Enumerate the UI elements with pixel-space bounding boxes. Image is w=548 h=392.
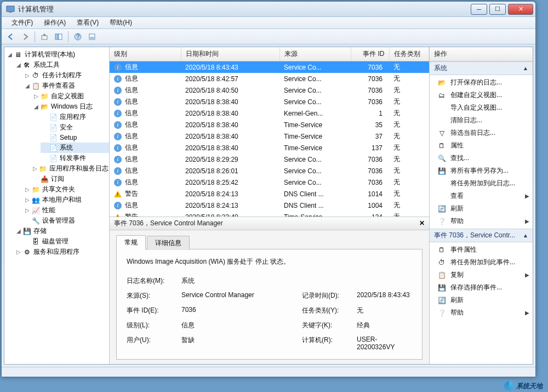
tree-event-viewer[interactable]: ◢📋事件查看器 <box>23 81 109 91</box>
col-category[interactable]: 任务类别 <box>389 47 429 61</box>
action-find[interactable]: 🔍查找... <box>430 152 533 164</box>
action-attach-task-event[interactable]: ⏱将任务附加到此事件... <box>430 256 533 269</box>
col-datetime[interactable]: 日期和时间 <box>181 47 279 61</box>
forward-button[interactable] <box>19 31 31 43</box>
tree-subscriptions[interactable]: 📥订阅 <box>32 174 109 184</box>
action-import-view[interactable]: 导入自定义视图... <box>430 101 533 114</box>
copy-icon: 📋 <box>437 271 446 280</box>
tree-disk-management[interactable]: 🗄磁盘管理 <box>23 236 109 247</box>
table-row[interactable]: i信息2020/5/18 8:25:42Service Co...7036无 <box>110 177 429 188</box>
tree-setup-log[interactable]: 📄Setup <box>41 133 109 143</box>
tree-services-apps[interactable]: ▷⚙服务和应用程序 <box>14 247 109 257</box>
filter-icon: 🗂 <box>437 91 446 100</box>
tab-details[interactable]: 详细信息 <box>147 236 190 250</box>
action-save-all[interactable]: 💾将所有事件另存为... <box>430 164 533 177</box>
cell-category: 无 <box>389 130 429 142</box>
cell-level: 信息 <box>125 86 138 95</box>
menu-action[interactable]: 操作(A) <box>38 17 71 29</box>
help-button[interactable]: ? <box>72 31 84 43</box>
action-refresh-2[interactable]: 🔄刷新 <box>430 294 533 306</box>
action-event-properties[interactable]: 🗒事件属性 <box>430 243 533 256</box>
cell-level: 信息 <box>125 132 138 141</box>
back-button[interactable] <box>5 31 17 43</box>
log-icon: 📄 <box>49 133 58 142</box>
table-row[interactable]: 警告2020/5/18 8:24:13DNS Client ...1014无 <box>110 188 429 200</box>
event-table[interactable]: 级别 日期和时间 来源 事件 ID 任务类别 i信息2020/5/18 8:43… <box>110 47 429 217</box>
action-copy[interactable]: 📋复制▶ <box>430 269 533 281</box>
action-create-custom-view[interactable]: 🗂创建自定义视图... <box>430 89 533 101</box>
watermark-icon <box>504 381 514 391</box>
col-eventid[interactable]: 事件 ID <box>351 47 389 61</box>
action-attach-task-log[interactable]: 将任务附加到此日志... <box>430 177 533 190</box>
table-row[interactable]: i信息2020/5/18 8:40:50Service Co...7036无 <box>110 84 429 96</box>
tree-forwarded-log[interactable]: 📄转发事件 <box>41 153 109 163</box>
tree-application-log[interactable]: 📄应用程序 <box>41 112 109 122</box>
show-hide-tree-button[interactable] <box>53 31 65 43</box>
table-row[interactable]: i信息2020/5/18 8:29:29Service Co...7036无 <box>110 154 429 165</box>
action-properties[interactable]: 🗒属性 <box>430 139 533 152</box>
col-source[interactable]: 来源 <box>279 47 351 61</box>
table-row[interactable]: i信息2020/5/18 8:38:40Kernel-Gen...1无 <box>110 107 429 119</box>
action-view[interactable]: 查看▶ <box>430 190 533 202</box>
up-button[interactable] <box>38 31 50 43</box>
maximize-button[interactable]: ☐ <box>489 4 506 15</box>
info-icon: i <box>114 110 122 117</box>
save-icon: 💾 <box>437 283 446 292</box>
action-save-selected[interactable]: 💾保存选择的事件... <box>430 281 533 294</box>
menu-file[interactable]: 文件(F) <box>6 17 38 29</box>
table-row[interactable]: i信息2020/5/18 8:42:57Service Co...7036无 <box>110 73 429 84</box>
cell-datetime: 2020/5/18 8:29:29 <box>181 154 279 165</box>
action-help-2[interactable]: ❔帮助▶ <box>430 306 533 319</box>
cell-level: 信息 <box>125 166 138 175</box>
table-row[interactable]: i信息2020/5/18 8:38:40Time-Service35无 <box>110 119 429 130</box>
window-frame: 计算机管理 ─ ☐ ✕ 文件(F) 操作(A) 查看(V) 帮助(H) ? ◢🖥… <box>1 1 536 377</box>
detail-close-button[interactable]: ✕ <box>419 219 425 227</box>
table-row[interactable]: i信息2020/5/18 8:38:40Time-Service137无 <box>110 142 429 154</box>
action-help[interactable]: ❔帮助▶ <box>430 215 533 228</box>
collapse-icon[interactable]: ◢ <box>7 52 13 58</box>
tab-general[interactable]: 常规 <box>116 235 146 249</box>
menu-help[interactable]: 帮助(H) <box>104 17 138 29</box>
tree-local-users[interactable]: ▷👥本地用户和组 <box>23 195 109 205</box>
tree-storage[interactable]: ◢💾存储 <box>14 226 109 236</box>
table-row[interactable]: i信息2020/5/18 8:38:40Service Co...7036无 <box>110 96 429 107</box>
table-row[interactable]: 警告2020/5/18 8:23:40Time-Service134无 <box>110 211 429 217</box>
table-row[interactable]: i信息2020/5/18 8:38:40Time-Service37无 <box>110 130 429 142</box>
tree-shared-folders[interactable]: ▷📁共享文件夹 <box>23 184 109 195</box>
table-row[interactable]: i信息2020/5/18 8:43:43Service Co...7036无 <box>110 61 429 73</box>
chevron-right-icon: ▶ <box>525 272 529 278</box>
tree-root[interactable]: ◢🖥计算机管理(本地) <box>5 49 109 60</box>
cell-eventid: 7036 <box>351 165 389 177</box>
tree-system-log[interactable]: 📄系统 <box>41 143 109 153</box>
action-filter-log[interactable]: ▽筛选当前日志... <box>430 127 533 139</box>
tree-panel[interactable]: ◢🖥计算机管理(本地) ◢🛠系统工具 ▷⏱任务计划程序 ◢📋事件查看器 ▷📁自定… <box>4 47 110 364</box>
tree-app-service-logs[interactable]: ▷📁应用程序和服务日志 <box>32 163 109 174</box>
tree-windows-logs[interactable]: ◢📂Windows 日志 <box>32 101 109 112</box>
tree-custom-views[interactable]: ▷📁自定义视图 <box>32 91 109 101</box>
cell-level: 信息 <box>125 120 138 129</box>
actions-section-event[interactable]: 事件 7036，Service Contr...▲ <box>430 229 533 242</box>
close-button[interactable]: ✕ <box>508 4 533 15</box>
preview-button[interactable] <box>86 31 98 43</box>
action-clear-log[interactable]: 清除日志... <box>430 114 533 127</box>
cell-category: 无 <box>389 142 429 154</box>
tree-task-scheduler[interactable]: ▷⏱任务计划程序 <box>23 70 109 81</box>
actions-section-system[interactable]: 系统▲ <box>430 61 533 75</box>
table-row[interactable]: i信息2020/5/18 8:24:13DNS Client ...1004无 <box>110 200 429 211</box>
col-level[interactable]: 级别 <box>110 47 181 61</box>
action-open-saved-log[interactable]: 📂打开保存的日志... <box>430 76 533 89</box>
menu-view[interactable]: 查看(V) <box>71 17 104 29</box>
action-refresh[interactable]: 🔄刷新 <box>430 202 533 215</box>
table-row[interactable]: i信息2020/5/18 8:26:01Service Co...7036无 <box>110 165 429 177</box>
value-user: 暂缺 <box>181 336 302 351</box>
tree-security-log[interactable]: 📄安全 <box>41 122 109 133</box>
tree-performance[interactable]: ▷📈性能 <box>23 205 109 215</box>
cell-datetime: 2020/5/18 8:38:40 <box>181 96 279 107</box>
cell-datetime: 2020/5/18 8:26:01 <box>181 165 279 177</box>
tree-label: 计算机管理(本地) <box>25 50 75 59</box>
tree-system-tools[interactable]: ◢🛠系统工具 <box>14 60 109 70</box>
cell-source: Service Co... <box>279 165 351 177</box>
minimize-button[interactable]: ─ <box>471 4 487 15</box>
cell-eventid: 7036 <box>351 154 389 165</box>
tree-device-manager[interactable]: 🔧设备管理器 <box>23 215 109 226</box>
